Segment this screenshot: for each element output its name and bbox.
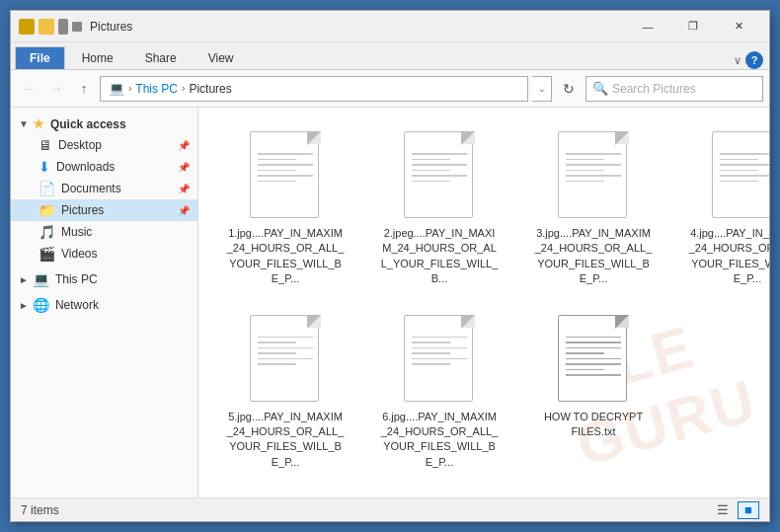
item-count: 7 items bbox=[21, 503, 59, 517]
titlebar-app-icons bbox=[19, 19, 82, 35]
quick-access-header[interactable]: ▼ ★ Quick access bbox=[11, 114, 197, 134]
downloads-icon: ⬇ bbox=[39, 159, 50, 175]
list-view-button[interactable]: ☰ bbox=[712, 501, 734, 519]
pin-icon-documents: 📌 bbox=[178, 184, 190, 194]
file-item[interactable]: 4.jpg....PAY_IN_MAXIM_24_HOURS_OR_ALL_YO… bbox=[678, 125, 769, 293]
pin-icon-desktop: 📌 bbox=[178, 140, 190, 151]
this-pc-group: ► 💻 This PC bbox=[11, 268, 197, 290]
sidebar-item-pictures[interactable]: 📁 Pictures 📌 bbox=[11, 199, 197, 221]
desktop-icon: 🖥 bbox=[39, 137, 52, 153]
this-pc-label: This PC bbox=[55, 272, 98, 286]
app-icon-2 bbox=[39, 19, 54, 35]
address-separator-2: › bbox=[182, 83, 185, 94]
sidebar: ▼ ★ Quick access 🖥 Desktop 📌 ⬇ Downloads… bbox=[11, 108, 198, 497]
file-icon-3 bbox=[558, 131, 629, 220]
file-icon-1 bbox=[250, 131, 321, 220]
pin-icon-downloads: 📌 bbox=[178, 162, 190, 173]
back-button[interactable]: ← bbox=[17, 77, 40, 101]
window-title: Pictures bbox=[90, 20, 625, 34]
sidebar-label-documents: Documents bbox=[61, 182, 178, 195]
sidebar-item-videos[interactable]: 🎬 Videos bbox=[11, 243, 197, 265]
up-button[interactable]: ↑ bbox=[72, 77, 96, 101]
ribbon-tabs: File Home Share View ∨ ? bbox=[11, 42, 769, 70]
address-this-pc[interactable]: This PC bbox=[135, 82, 178, 96]
file-item[interactable]: 5.jpg....PAY_IN_MAXIM_24_HOURS_OR_ALL_YO… bbox=[216, 309, 354, 477]
network-icon: 🌐 bbox=[33, 297, 49, 313]
quick-access-group: ▼ ★ Quick access 🖥 Desktop 📌 ⬇ Downloads… bbox=[11, 114, 197, 265]
file-item[interactable]: 2.jpeg....PAY_IN_MAXIM_24_HOURS_OR_ALL_Y… bbox=[370, 125, 508, 293]
sidebar-item-music[interactable]: 🎵 Music bbox=[11, 221, 197, 243]
this-pc-icon: 💻 bbox=[33, 271, 49, 287]
help-button[interactable]: ? bbox=[745, 51, 763, 69]
file-item[interactable]: 3.jpg....PAY_IN_MAXIM_24_HOURS_OR_ALL_YO… bbox=[524, 125, 663, 293]
address-folder-icon: 💻 bbox=[109, 81, 124, 96]
music-icon: 🎵 bbox=[39, 224, 55, 240]
refresh-button[interactable]: ↻ bbox=[556, 76, 582, 102]
file-item[interactable]: 1.jpg....PAY_IN_MAXIM_24_HOURS_OR_ALL_YO… bbox=[216, 125, 354, 293]
search-box[interactable]: 🔍 Search Pictures bbox=[585, 76, 763, 102]
grid-view-button[interactable]: ■ bbox=[738, 501, 759, 519]
files-grid: 1.jpg....PAY_IN_MAXIM_24_HOURS_OR_ALL_YO… bbox=[208, 117, 759, 484]
file-icon-6 bbox=[404, 315, 475, 404]
close-button[interactable]: ✕ bbox=[716, 11, 761, 42]
sidebar-label-videos: Videos bbox=[61, 247, 190, 261]
tab-share[interactable]: Share bbox=[130, 46, 192, 69]
titlebar: Pictures — ❐ ✕ bbox=[11, 11, 769, 42]
file-icon-7 bbox=[558, 315, 629, 404]
ribbon-chevron-down[interactable]: ∨ bbox=[734, 54, 741, 67]
pictures-icon: 📁 bbox=[39, 202, 55, 218]
file-item[interactable]: HOW TO DECRYPT FILES.txt bbox=[524, 309, 663, 477]
tab-view[interactable]: View bbox=[194, 46, 249, 69]
addressbar: ← → ↑ 💻 › This PC › Pictures ⌄ ↻ 🔍 Searc… bbox=[11, 70, 769, 108]
view-controls: ☰ ■ bbox=[712, 501, 759, 519]
file-name: 1.jpg....PAY_IN_MAXIM_24_HOURS_OR_ALL_YO… bbox=[226, 226, 345, 287]
file-name: HOW TO DECRYPT FILES.txt bbox=[534, 410, 653, 440]
quick-access-star: ★ bbox=[33, 116, 44, 131]
forward-button[interactable]: → bbox=[44, 77, 68, 101]
sidebar-label-pictures: Pictures bbox=[61, 203, 178, 217]
file-content: FILE GURU 1.jpg....PAY_IN_MAXIM bbox=[198, 108, 769, 497]
network-label: Network bbox=[55, 298, 99, 312]
sidebar-item-documents[interactable]: 📄 Documents 📌 bbox=[11, 178, 197, 199]
file-name: 3.jpg....PAY_IN_MAXIM_24_HOURS_OR_ALL_YO… bbox=[534, 226, 653, 287]
file-name: 6.jpg....PAY_IN_MAXIM_24_HOURS_OR_ALL_YO… bbox=[380, 410, 499, 471]
videos-icon: 🎬 bbox=[39, 246, 55, 262]
sidebar-item-downloads[interactable]: ⬇ Downloads 📌 bbox=[11, 156, 197, 178]
file-item[interactable]: 6.jpg....PAY_IN_MAXIM_24_HOURS_OR_ALL_YO… bbox=[370, 309, 508, 477]
quick-access-label: Quick access bbox=[50, 117, 126, 131]
file-icon-4 bbox=[712, 131, 769, 220]
sidebar-item-desktop[interactable]: 🖥 Desktop 📌 bbox=[11, 134, 197, 156]
ribbon-right: ∨ ? bbox=[734, 51, 769, 69]
search-icon: 🔍 bbox=[592, 81, 608, 96]
explorer-window: Pictures — ❐ ✕ File Home Share View ∨ ? … bbox=[10, 10, 770, 522]
file-name: 2.jpeg....PAY_IN_MAXIM_24_HOURS_OR_ALL_Y… bbox=[380, 226, 499, 287]
address-separator-1: › bbox=[128, 83, 131, 94]
app-icon-pin bbox=[72, 22, 82, 32]
file-name: 5.jpg....PAY_IN_MAXIM_24_HOURS_OR_ALL_YO… bbox=[226, 410, 345, 471]
file-name: 4.jpg....PAY_IN_MAXIM_24_HOURS_OR_ALL_YO… bbox=[688, 226, 769, 287]
window-controls: — ❐ ✕ bbox=[625, 11, 761, 42]
app-icon-1 bbox=[19, 19, 35, 35]
address-path[interactable]: 💻 › This PC › Pictures bbox=[100, 76, 528, 102]
search-placeholder: Search Pictures bbox=[612, 82, 696, 96]
main-area: ▼ ★ Quick access 🖥 Desktop 📌 ⬇ Downloads… bbox=[11, 108, 769, 497]
address-pictures[interactable]: Pictures bbox=[189, 82, 231, 96]
sidebar-label-desktop: Desktop bbox=[58, 138, 178, 152]
quick-access-chevron: ▼ bbox=[19, 118, 29, 129]
tab-file[interactable]: File bbox=[15, 46, 65, 69]
minimize-button[interactable]: — bbox=[625, 11, 670, 42]
maximize-button[interactable]: ❐ bbox=[670, 11, 716, 42]
sidebar-label-downloads: Downloads bbox=[56, 160, 178, 174]
this-pc-header[interactable]: ► 💻 This PC bbox=[11, 268, 197, 290]
network-group: ► 🌐 Network bbox=[11, 294, 197, 316]
file-icon-5 bbox=[250, 315, 321, 404]
file-icon-2 bbox=[404, 131, 475, 220]
this-pc-chevron: ► bbox=[19, 274, 29, 285]
documents-icon: 📄 bbox=[39, 181, 55, 196]
app-icon-3 bbox=[58, 19, 68, 35]
pin-icon-pictures: 📌 bbox=[178, 205, 190, 216]
network-header[interactable]: ► 🌐 Network bbox=[11, 294, 197, 316]
statusbar: 7 items ☰ ■ bbox=[11, 497, 769, 521]
tab-home[interactable]: Home bbox=[67, 46, 128, 69]
address-dropdown[interactable]: ⌄ bbox=[532, 76, 552, 102]
